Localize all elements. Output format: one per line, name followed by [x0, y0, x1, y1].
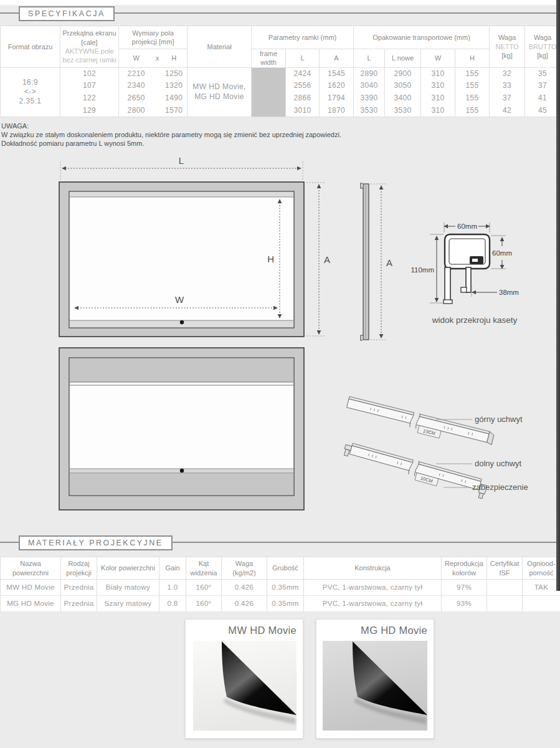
bottom-hook	[361, 335, 363, 340]
spec-cell: 45	[525, 105, 560, 117]
spec-cell: 155	[455, 92, 490, 105]
spec-cell: 107	[60, 80, 119, 92]
mat-col-header: Gain	[159, 557, 186, 580]
mat-col-header: Certyfikat ISF	[487, 557, 523, 580]
subcol-x: x	[154, 49, 161, 68]
page-edge-strip	[556, 0, 560, 591]
spec-cell: 35	[525, 67, 560, 80]
front-view-open-diagram	[59, 348, 304, 510]
screen-handle-dot	[180, 469, 184, 472]
spec-cell: 102	[60, 67, 119, 80]
mat-cell: PVC, 1-warstwowa, czarny tył	[304, 596, 442, 612]
mat-cell: 160°	[186, 580, 222, 596]
specification-table: Format obrazu Przekątna ekranu [cale] AK…	[0, 26, 560, 117]
spec-cell: 2556	[286, 80, 320, 92]
col-header-wymiary: Wymiary pola projekcji [mm]	[119, 26, 187, 49]
uwaga-note: UWAGA: W związku ze stałym doskonaleniem…	[1, 122, 341, 148]
spec-cell: 1320	[161, 80, 187, 92]
spec-cell: 42	[490, 105, 525, 117]
spec-cell: 1794	[320, 92, 354, 105]
mat-cell: MW HD Movie	[1, 580, 61, 596]
dim-label-a: A	[324, 254, 330, 265]
spec-cell: 3400	[385, 92, 421, 105]
spec-cell: 1545	[320, 67, 354, 80]
col-header-przekatna-sub: AKTYWNE pole bez czarnej ramki	[62, 47, 117, 65]
dim-label-w: W	[175, 294, 184, 305]
materials-table: Nazwa powierzchni Rodzaj projekcji Kolor…	[0, 557, 560, 612]
spec-cell: 41	[525, 92, 560, 105]
mat-cell: 160°	[186, 596, 222, 612]
lower-bracket-rail: 10CM	[341, 441, 488, 499]
front-view-diagram: L H W A	[59, 155, 330, 337]
spec-cell: 129	[60, 105, 119, 117]
spec-cell: 3050	[385, 80, 421, 92]
cs-dim-left: 110mm	[411, 266, 435, 274]
col-header-material: Materiał	[187, 26, 252, 68]
col-header-format: Format obrazu	[1, 26, 60, 68]
cs-dim-right: 60mm	[492, 249, 512, 257]
subcol-frame-width: frame width	[252, 49, 286, 68]
top-white-band	[0, 0, 560, 5]
col-header-waga-netto: Waga NETTO [kg]	[490, 26, 525, 68]
product-spec-sheet: SPECYFIKACJA Format obrazu Przekątna ekr…	[0, 0, 560, 748]
fabric-photo-mg	[323, 640, 429, 732]
cassette-cross-section: 60mm 60mm 110mm 38mm widok przekroju kas…	[411, 223, 519, 325]
spec-cell: 3530	[354, 105, 385, 117]
section-header-specyfikacja: SPECYFIKACJA	[0, 6, 560, 21]
col-header-przekatna: Przekątna ekranu [cale] AKTYWNE pole bez…	[60, 26, 119, 68]
screen-handle-dot	[180, 320, 184, 324]
mat-cell: TAK	[523, 580, 560, 596]
spec-cell: 2866	[286, 92, 320, 105]
mat-cell: 97%	[442, 580, 487, 596]
spec-cell: 1490	[161, 92, 187, 105]
mat-cell: Przednia	[61, 580, 97, 596]
spec-cell: 310	[421, 67, 455, 80]
spec-cell: 3530	[385, 105, 421, 117]
uwaga-line2: Dokładność pomiaru parametru L wynosi 5m…	[1, 139, 341, 148]
mat-col-header: Reprodukcja kolorów	[442, 557, 487, 580]
mat-col-header: Ogniood-porność	[523, 557, 560, 580]
subcol-opak-w: W	[421, 49, 455, 68]
subcol-ramki-a: A	[320, 49, 354, 68]
spec-cell: 155	[455, 67, 490, 80]
section-title-specyfikacja: SPECYFIKACJA	[19, 6, 115, 21]
mat-cell: 93%	[442, 596, 487, 612]
label-gorny-uchwyt: górny uchwyt	[475, 415, 523, 424]
mat-cell	[487, 596, 523, 612]
mat-cell: 0.35mm	[267, 596, 304, 612]
spec-cell: 2900	[385, 67, 421, 80]
mat-col-header: Nazwa powierzchni	[1, 557, 61, 580]
mat-cell: MG HD Movie	[1, 596, 61, 612]
spec-cell: 1250	[161, 67, 187, 80]
mat-col-header: Konstrukcja	[304, 557, 442, 580]
col-header-parametry-ramki: Parametry ramki (mm)	[252, 26, 354, 49]
spec-cell: 37	[490, 92, 525, 105]
side-view-diagram: A	[361, 183, 392, 340]
mat-col-header: Rodzaj projekcji	[61, 557, 97, 580]
spec-cell: 2210	[119, 67, 154, 80]
section-title-materialy: MATERIAŁY PROJEKCYJNE	[19, 535, 173, 550]
fabric-photo-mw	[192, 640, 298, 732]
spec-cell: 3040	[354, 80, 385, 92]
spec-cell: 37	[525, 80, 560, 92]
spec-cell: 310	[421, 92, 455, 105]
spec-cell: 2424	[286, 67, 320, 80]
subcol-opak-l: L	[354, 49, 385, 68]
dim-label-a-side: A	[386, 257, 392, 268]
mat-cell: 0.426	[222, 580, 267, 596]
cross-section-caption: widok przekroju kasety	[432, 315, 518, 325]
format-cell: 16:9 <-> 2.35:1	[1, 67, 60, 117]
spec-cell: 2340	[119, 80, 154, 92]
technical-diagrams: L H W A A	[0, 153, 560, 527]
spec-cell: 122	[60, 92, 119, 105]
sample-label: MG HD Movie	[361, 625, 427, 636]
mat-col-header: Grubość	[267, 557, 304, 580]
uwaga-title: UWAGA:	[1, 122, 341, 130]
cs-dim-bottom: 38mm	[499, 289, 519, 296]
sample-label: MW HD Movie	[228, 625, 297, 636]
mat-cell: Biały matowy	[97, 580, 159, 596]
mat-cell: 0.8	[159, 596, 186, 612]
spec-cell: 32	[490, 67, 525, 80]
mat-col-header: Kąt widzenia	[186, 557, 222, 580]
subcol-opak-h: H	[455, 49, 490, 68]
